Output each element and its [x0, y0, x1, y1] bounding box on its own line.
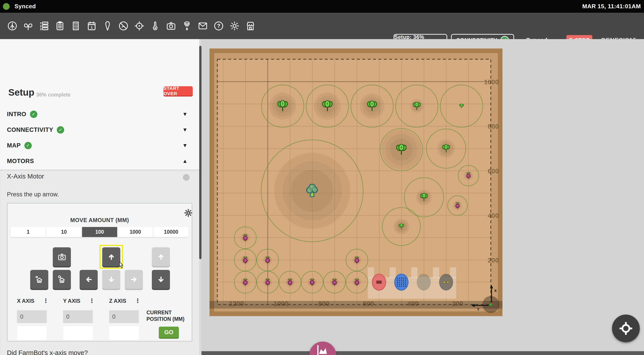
tool-slot-empty[interactable]: [417, 274, 430, 290]
home-arrow-icon: [35, 275, 44, 284]
help-icon[interactable]: ?: [214, 21, 224, 31]
origin-y-label: Y: [477, 308, 480, 312]
move-amount-1[interactable]: 1: [10, 227, 46, 237]
axis-column-y: Y AXIS⋮0: [63, 297, 96, 304]
panel-scrollbar-thumb[interactable]: [199, 46, 202, 259]
axis-target-input[interactable]: [17, 326, 47, 340]
map-y-axis-label: 800: [488, 123, 499, 130]
sensors-icon[interactable]: [150, 21, 160, 31]
find-home-button[interactable]: [53, 270, 71, 289]
home-search-icon: [58, 275, 66, 284]
move-amount-10[interactable]: 10: [46, 227, 82, 237]
seed-bin-dot: [405, 282, 406, 283]
map-y-axis-label: 400: [488, 212, 499, 219]
seed-bin-dot: [405, 280, 406, 281]
axis-current-position: 0: [109, 310, 139, 323]
move-z-up-button[interactable]: [152, 247, 170, 266]
clock-timestamp: MAR 15, 11:41:01AM: [582, 3, 641, 10]
kebab-menu-icon[interactable]: ⋮: [89, 297, 94, 304]
garden-map-area: 120010008006004002001000800600400200XY: [202, 39, 644, 355]
axis-target-input[interactable]: [109, 326, 139, 340]
groups-icon[interactable]: [23, 21, 33, 31]
move-amount-100[interactable]: 100: [82, 227, 118, 237]
axis-column-x: X AXIS⋮0: [17, 297, 50, 304]
wizard-section-map[interactable]: MAP✓▼: [0, 138, 199, 153]
seed-bin-dot: [399, 284, 400, 285]
weeds-icon[interactable]: [118, 21, 128, 31]
seed-bin-dot: [399, 282, 400, 283]
seed-bin-dot: [401, 284, 402, 285]
map-x-axis-label: 200: [452, 300, 463, 307]
regimens-icon[interactable]: [55, 21, 65, 31]
messages-icon[interactable]: [198, 21, 208, 31]
points-icon[interactable]: [102, 21, 113, 31]
move-down-button[interactable]: [102, 270, 120, 289]
move-left-button[interactable]: [80, 270, 98, 289]
settings-icon[interactable]: [230, 21, 240, 31]
svg-text:?: ?: [217, 23, 220, 29]
wizard-section-intro[interactable]: INTRO✓▼: [0, 106, 199, 122]
seed-bin-dot: [403, 278, 404, 279]
tool-soil-sensor[interactable]: [440, 274, 453, 290]
svg-text:3: 3: [40, 28, 42, 31]
soil-sensor-pad: [447, 282, 449, 283]
sync-status-dot: [3, 3, 10, 10]
seed-bin-dot: [403, 286, 404, 287]
map-x-axis-label: 1200: [229, 300, 244, 307]
seed-bin-dot: [401, 286, 402, 287]
move-mode-fab-button[interactable]: [612, 315, 640, 342]
tracking-icon[interactable]: [134, 21, 144, 31]
start-over-button[interactable]: START OVER: [164, 86, 193, 96]
photos-icon[interactable]: [166, 21, 176, 31]
go-button[interactable]: GO: [159, 327, 179, 338]
gear-icon[interactable]: [184, 208, 193, 217]
seed-bin-dot: [399, 278, 400, 279]
garden-map[interactable]: 120010008006004002001000800600400200XY: [210, 48, 502, 316]
arrow-up-icon: [157, 253, 165, 261]
move-amount-10000[interactable]: 10000: [154, 227, 189, 237]
kebab-menu-icon[interactable]: ⋮: [43, 297, 49, 304]
move-z-down-button[interactable]: [152, 270, 170, 289]
svg-text:1: 1: [40, 22, 42, 25]
tools-icon[interactable]: [182, 21, 192, 31]
events-icon[interactable]: 1: [86, 21, 97, 31]
move-amount-1000[interactable]: 1000: [118, 227, 154, 237]
arrow-left-icon: [84, 275, 93, 284]
wizard-section-motors[interactable]: MOTORS▲: [0, 153, 199, 169]
wizard-section-connectivity[interactable]: CONNECTIVITY✓▼: [0, 122, 199, 138]
axis-current-position: 0: [63, 310, 93, 323]
seed-bin-dot: [397, 282, 398, 283]
map-y-axis-label: 600: [488, 167, 499, 175]
bot-utm-dot: [492, 303, 493, 304]
seed-bin-dot: [403, 280, 404, 281]
arrow-down-icon: [157, 275, 165, 284]
toolbar-icon-strip: 1231?: [7, 13, 256, 39]
sequences-icon[interactable]: 123: [39, 21, 49, 31]
move-right-button[interactable]: [125, 270, 143, 289]
axis-column-z: Z AXIS⋮0: [109, 297, 143, 304]
take-photo-button[interactable]: [53, 247, 71, 266]
shop-icon[interactable]: [245, 21, 256, 31]
kebab-menu-icon[interactable]: ⋮: [134, 297, 140, 304]
seed-bin-dot: [397, 286, 398, 287]
chevron-down-icon: ▼: [182, 127, 188, 133]
bed-soil: [217, 59, 491, 305]
seed-bin-dot: [401, 278, 402, 279]
axis-current-position: 0: [17, 310, 47, 323]
chevron-up-icon: ▲: [182, 158, 188, 164]
seed-bin-dot: [397, 284, 398, 285]
chevron-down-icon: ▼: [182, 111, 188, 117]
map-x-axis-label: 600: [363, 300, 374, 307]
toolbay-post: [368, 267, 374, 278]
seed-bin-dot: [405, 278, 406, 279]
farmware-icon[interactable]: [71, 21, 81, 31]
svg-text:2: 2: [40, 25, 42, 28]
seed-bin-dot: [403, 284, 404, 285]
area-chart-icon: [316, 344, 330, 355]
axis-label: X AXIS⋮: [17, 297, 50, 304]
chevron-down-icon: ▼: [182, 142, 188, 149]
go-home-button[interactable]: [30, 270, 48, 289]
axis-target-input[interactable]: [63, 326, 93, 340]
map-y-axis-label: 1000: [484, 78, 499, 86]
plants-icon[interactable]: [7, 21, 18, 31]
